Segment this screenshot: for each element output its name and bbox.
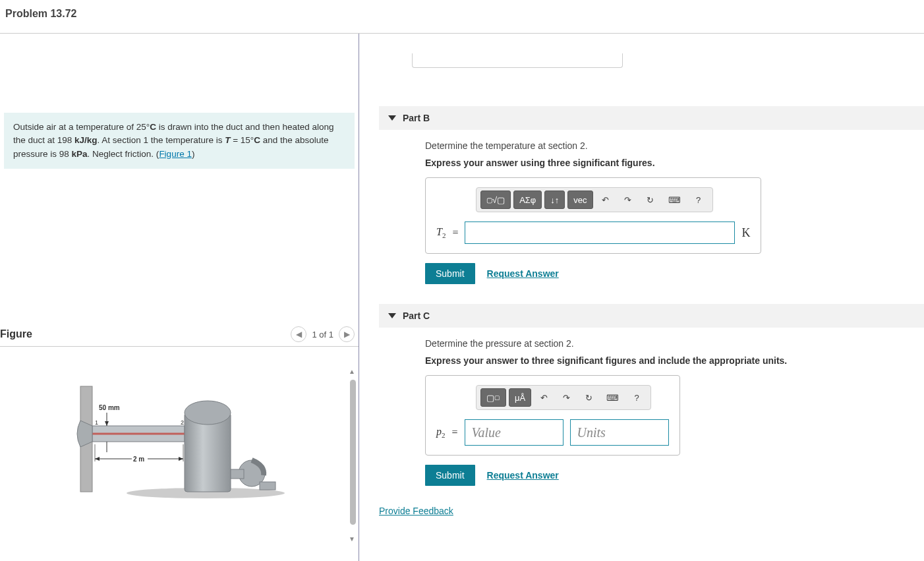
undo-button[interactable]: ↶	[534, 388, 554, 407]
figure-section: Figure ◀ 1 of 1 ▶	[0, 324, 359, 561]
figure-prev-button[interactable]: ◀	[291, 326, 306, 342]
part-c-var: p2	[436, 426, 446, 439]
sec1-label: 1	[95, 419, 98, 426]
problem-title: Problem 13.72	[5, 8, 919, 20]
svg-rect-7	[231, 469, 244, 479]
part-c-toolbar: ▢▢ μÅ ↶ ↷ ↻ ⌨ ?	[476, 385, 651, 410]
figure-pager-text: 1 of 1	[312, 330, 333, 340]
dim-length: 2 m	[133, 456, 144, 463]
part-b-unit: K	[741, 226, 750, 240]
part-b-request-answer-link[interactable]: Request Answer	[487, 268, 559, 279]
part-b-header[interactable]: Part B	[379, 106, 924, 130]
problem-statement: Outside air at a temperature of 25°C is …	[4, 113, 355, 169]
part-b-prompt: Determine the temperature at section 2.	[425, 140, 924, 151]
equals-sign: =	[452, 227, 458, 239]
part-b-title: Part B	[403, 113, 430, 123]
redo-button[interactable]: ↷	[556, 388, 576, 407]
subsup-button[interactable]: ↓↑	[544, 191, 565, 209]
part-b-input-row: T2 = K	[436, 221, 750, 244]
templates-button[interactable]: ▢√▢	[480, 191, 511, 209]
help-button[interactable]: ?	[689, 191, 708, 209]
dim-diameter: 50 mm	[99, 404, 120, 411]
part-c-request-answer-link[interactable]: Request Answer	[487, 470, 559, 481]
keyboard-button[interactable]: ⌨	[663, 191, 686, 209]
figure-scrollbar[interactable]	[350, 380, 356, 525]
scroll-up-icon[interactable]: ▲	[349, 368, 355, 374]
keyboard-button[interactable]: ⌨	[601, 388, 624, 407]
part-b-answer-input[interactable]	[465, 221, 735, 244]
figure-header: Figure ◀ 1 of 1 ▶	[0, 324, 359, 347]
redo-button[interactable]: ↷	[618, 191, 638, 209]
part-b-instruction: Express your answer using three signific…	[425, 158, 924, 168]
part-c-units-input[interactable]: Units	[570, 419, 669, 446]
part-c-answer-box: ▢▢ μÅ ↶ ↷ ↻ ⌨ ? p2 = Value	[425, 375, 680, 456]
figure-title: Figure	[0, 328, 32, 340]
caret-down-icon	[388, 313, 396, 318]
templates-button[interactable]: ▢▢	[480, 388, 506, 407]
figure-svg: 1 2 50	[67, 380, 291, 512]
reset-button[interactable]: ↻	[641, 191, 660, 209]
sec2-label: 2	[181, 419, 184, 426]
reset-button[interactable]: ↻	[579, 388, 598, 407]
part-b-answer-box: ▢√▢ ΑΣφ ↓↑ vec ↶ ↷ ↻ ⌨ ? T	[425, 177, 761, 254]
part-b-submit-button[interactable]: Submit	[425, 263, 475, 284]
vec-button[interactable]: vec	[567, 191, 592, 209]
figure-link[interactable]: Figure 1	[159, 149, 192, 159]
part-c: Part C Determine the pressure at section…	[379, 304, 924, 486]
caret-down-icon	[388, 115, 396, 121]
part-c-prompt: Determine the pressure at section 2.	[425, 338, 924, 349]
part-c-input-row: p2 = Value Units	[436, 419, 669, 446]
svg-marker-11	[105, 421, 109, 426]
figure-pager: ◀ 1 of 1 ▶	[291, 326, 355, 342]
part-c-title: Part C	[403, 310, 430, 321]
help-button[interactable]: ?	[627, 388, 647, 407]
greek-button[interactable]: ΑΣφ	[513, 191, 542, 209]
svg-point-5	[185, 401, 231, 425]
part-b: Part B Determine the temperature at sect…	[379, 106, 924, 284]
part-c-value-input[interactable]: Value	[465, 419, 563, 446]
undo-button[interactable]: ↶	[596, 191, 616, 209]
part-c-submit-button[interactable]: Submit	[425, 465, 475, 486]
figure-body: 1 2 50	[0, 347, 359, 545]
part-c-instruction: Express your answer to three significant…	[425, 355, 924, 366]
figure-next-button[interactable]: ▶	[339, 326, 355, 342]
equals-sign: =	[452, 427, 458, 438]
svg-rect-8	[260, 482, 275, 490]
svg-marker-13	[95, 457, 100, 461]
units-button[interactable]: μÅ	[509, 388, 531, 407]
provide-feedback-link[interactable]: Provide Feedback	[379, 506, 453, 516]
page-header: Problem 13.72	[0, 0, 924, 28]
part-c-header[interactable]: Part C	[379, 304, 924, 328]
prev-part-cutoff	[405, 53, 924, 86]
part-b-toolbar: ▢√▢ ΑΣφ ↓↑ vec ↶ ↷ ↻ ⌨ ?	[476, 187, 713, 212]
right-panel: Part B Determine the temperature at sect…	[359, 34, 924, 561]
svg-marker-14	[179, 457, 183, 461]
left-panel: Outside air at a temperature of 25°C is …	[0, 34, 359, 561]
part-b-var: T2	[436, 226, 446, 239]
scroll-down-icon[interactable]: ▼	[349, 535, 355, 542]
